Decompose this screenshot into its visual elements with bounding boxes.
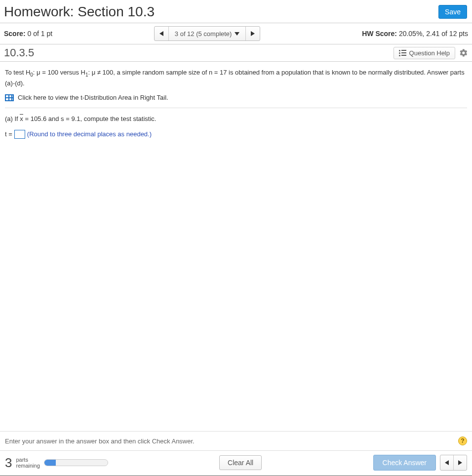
rounding-hint: (Round to three decimal places as needed… <box>27 129 152 139</box>
t-label: t = <box>5 129 12 139</box>
chevron-right-icon <box>251 31 255 36</box>
text: = 105.6 and s = 9.1, compute the test st… <box>23 115 157 122</box>
question-number: 10.3.5 <box>4 46 34 59</box>
text: : μ = 100 versus H <box>33 69 85 76</box>
t-distribution-link[interactable]: Click here to view the t-Distribution Ar… <box>18 93 168 103</box>
bottom-nav <box>440 455 467 471</box>
progress-fill <box>44 460 56 466</box>
score-display: Score: 0 of 1 pt <box>4 30 52 38</box>
score-value: 0 of 1 pt <box>27 30 52 38</box>
save-button[interactable]: Save <box>438 5 467 19</box>
parts-label-2: remaining <box>16 463 39 469</box>
help-button[interactable]: ? <box>458 436 467 445</box>
page-title: Homework: Section 10.3 <box>4 4 155 20</box>
question-help-label: Question Help <box>409 49 450 57</box>
table-icon <box>5 94 14 101</box>
list-icon <box>399 50 406 56</box>
question-help-button[interactable]: Question Help <box>393 47 455 59</box>
hw-score-value: 20.05%, 2.41 of 12 pts <box>399 30 468 38</box>
chevron-left-icon <box>159 31 163 36</box>
text: To test H <box>5 69 30 76</box>
pager-prev-button[interactable] <box>155 27 168 40</box>
hw-score-label: HW Score: <box>362 30 397 38</box>
problem-intro: To test H0: μ = 100 versus H1: μ ≠ 100, … <box>5 68 467 88</box>
answer-instruction: Enter your answer in the answer box and … <box>5 437 195 445</box>
nav-prev-button[interactable] <box>440 455 453 470</box>
x-bar: x <box>20 114 23 124</box>
pager-dropdown[interactable]: 3 of 12 (5 complete) <box>169 27 246 40</box>
progress-bar <box>44 459 108 466</box>
parts-count: 3 <box>5 455 12 471</box>
clear-all-button[interactable]: Clear All <box>219 455 262 470</box>
hw-score-display: HW Score: 20.05%, 2.41 of 12 pts <box>362 30 468 38</box>
nav-next-button[interactable] <box>454 455 467 470</box>
score-label: Score: <box>4 30 26 38</box>
chevron-left-icon <box>445 460 449 465</box>
settings-button[interactable] <box>458 47 469 58</box>
text: (a) If <box>5 115 20 122</box>
answer-input[interactable] <box>14 130 25 139</box>
question-pager: 3 of 12 (5 complete) <box>154 26 261 41</box>
problem-content: To test H0: μ = 100 versus H1: μ ≠ 100, … <box>0 62 472 145</box>
pager-next-button[interactable] <box>246 27 260 40</box>
parts-remaining: 3 parts remaining <box>5 455 108 471</box>
check-answer-button[interactable]: Check Answer <box>373 455 436 471</box>
parts-label-1: parts <box>16 457 39 463</box>
chevron-right-icon <box>458 460 462 465</box>
pager-text: 3 of 12 (5 complete) <box>175 30 232 38</box>
part-a-text: (a) If x = 105.6 and s = 9.1, compute th… <box>5 114 467 124</box>
chevron-down-icon <box>235 32 239 36</box>
gear-icon <box>459 48 468 57</box>
